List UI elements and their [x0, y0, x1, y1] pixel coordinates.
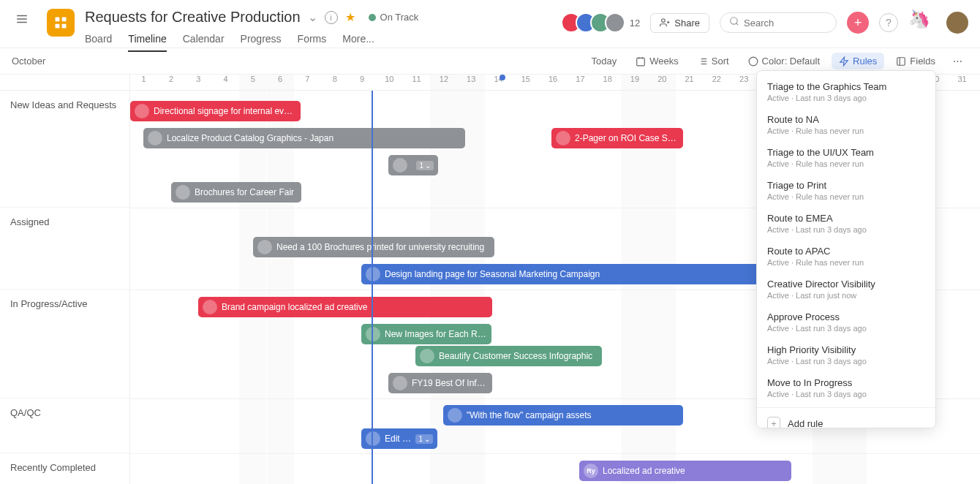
- rule-item[interactable]: High Priority VisibilityActive · Last ru…: [757, 339, 935, 371]
- avatar: [393, 376, 407, 390]
- rule-item[interactable]: Creative Director VisibilityActive · Las…: [757, 273, 935, 306]
- section-new-ideas[interactable]: New Ideas and Requests: [0, 91, 129, 208]
- task-bar[interactable]: Brochures for Career Fair: [171, 182, 301, 203]
- section-qaqc[interactable]: QA/QC: [0, 398, 129, 453]
- svg-point-7: [662, 19, 666, 23]
- rule-meta: Active · Last run 3 days ago: [767, 390, 925, 398]
- tab-timeline[interactable]: Timeline: [128, 33, 166, 52]
- project-icon: [47, 9, 75, 37]
- subtask-count: 1 ⌄: [415, 434, 433, 444]
- project-title: Requests for Creative Production: [85, 9, 301, 26]
- avatar: [366, 327, 380, 341]
- rule-name: Triage to the Graphics Team: [767, 81, 925, 92]
- rule-item[interactable]: Triage to the Graphics TeamActive · Last…: [757, 75, 935, 108]
- day-cell: 16: [539, 75, 566, 90]
- rule-item[interactable]: Approve ProcessActive · Last run 3 days …: [757, 306, 935, 339]
- add-rule-button[interactable]: +Add rule: [757, 411, 935, 428]
- tab-board[interactable]: Board: [85, 33, 112, 52]
- help-icon[interactable]: ?: [879, 13, 898, 32]
- task-bar[interactable]: "With the flow" campaign assets: [443, 405, 683, 426]
- color-button[interactable]: Color: Default: [741, 53, 827, 69]
- day-cell: 18: [594, 75, 621, 90]
- tab-more[interactable]: More...: [342, 33, 374, 52]
- star-icon[interactable]: ★: [345, 10, 355, 24]
- task-label: Localized ad creative: [603, 466, 685, 476]
- task-bar[interactable]: Beautify Customer Success Infographic: [415, 346, 602, 366]
- day-cell: 8: [321, 75, 348, 90]
- task-bar[interactable]: RyLocalized ad creative: [579, 461, 791, 481]
- day-cell: 2: [157, 75, 184, 90]
- today-marker-icon: [500, 75, 505, 80]
- avatar: [448, 408, 462, 423]
- app-header: Requests for Creative Production ⌄ i ★ O…: [0, 0, 980, 48]
- tab-progress[interactable]: Progress: [241, 33, 282, 52]
- rule-item[interactable]: Route to APACActive · Rule has never run: [757, 240, 935, 273]
- svg-marker-19: [840, 57, 848, 66]
- share-button[interactable]: Share: [650, 13, 709, 33]
- weeks-button[interactable]: Weeks: [628, 53, 686, 69]
- task-bar[interactable]: Localize Product Catalog Graphics - Japa…: [143, 128, 465, 148]
- tab-forms[interactable]: Forms: [298, 33, 327, 52]
- add-button[interactable]: +: [847, 12, 869, 34]
- svg-rect-3: [56, 18, 60, 22]
- avatar: [135, 104, 149, 118]
- rule-item[interactable]: Route to NAActive · Rule has never run: [757, 108, 935, 141]
- day-cell: 7: [294, 75, 321, 90]
- rule-meta: Active · Rule has never run: [767, 192, 925, 201]
- rule-name: Approve Process: [767, 311, 925, 322]
- section-divider: [130, 453, 980, 454]
- task-label: Beautify Customer Success Infographic: [439, 351, 592, 361]
- task-bar[interactable]: 2-Pager on ROI Case Study: [551, 128, 683, 148]
- avatar: [420, 349, 434, 363]
- rule-item[interactable]: Route to EMEAActive · Last run 3 days ag…: [757, 207, 935, 240]
- task-bar[interactable]: Need a 100 Brochures printed for univers…: [253, 237, 494, 257]
- color-label: Color: Default: [762, 56, 820, 67]
- month-label: October: [12, 56, 45, 67]
- rule-meta: Active · Rule has never run: [767, 258, 925, 267]
- task-bar[interactable]: B f1 ⌄: [388, 155, 438, 175]
- task-bar[interactable]: New Images for Each Regional Office: [361, 324, 491, 344]
- rule-item[interactable]: Triage to PrintActive · Rule has never r…: [757, 174, 935, 207]
- more-icon[interactable]: ⋯: [947, 53, 968, 69]
- section-in-progress[interactable]: In Progress/Active: [0, 290, 129, 398]
- menu-icon[interactable]: [12, 9, 32, 29]
- rules-button[interactable]: Rules: [832, 53, 884, 69]
- status[interactable]: On Track: [369, 12, 419, 23]
- today-button[interactable]: Today: [584, 53, 625, 69]
- task-bar[interactable]: Edit Graph...1 ⌄: [361, 428, 437, 449]
- status-text: On Track: [380, 12, 419, 23]
- day-cell: 3: [185, 75, 212, 90]
- day-cell: 15: [512, 75, 539, 90]
- task-bar[interactable]: FY19 Best Of Infographic: [388, 373, 492, 393]
- task-bar[interactable]: Directional signage for internal events: [130, 101, 301, 121]
- chevron-down-icon[interactable]: ⌄: [308, 10, 317, 24]
- tab-calendar[interactable]: Calendar: [183, 33, 225, 52]
- day-cell: 11: [403, 75, 430, 90]
- day-cell: 14: [485, 75, 512, 90]
- header-right: 12 Share + ? 🦄: [567, 9, 968, 37]
- search-bar[interactable]: [720, 12, 837, 33]
- rule-item[interactable]: Triage to the UI/UX TeamActive · Rule ha…: [757, 141, 935, 174]
- day-cell: 20: [649, 75, 676, 90]
- day-cell: 1: [976, 75, 980, 90]
- svg-rect-5: [56, 24, 60, 29]
- fields-button[interactable]: Fields: [889, 53, 943, 69]
- avatar: Ry: [584, 464, 598, 478]
- task-label: Need a 100 Brochures printed for univers…: [276, 242, 484, 252]
- toolbar-right: Today Weeks Sort Color: Default Rules Fi…: [584, 53, 968, 69]
- search-input[interactable]: [744, 18, 827, 29]
- user-avatar[interactable]: [946, 12, 968, 34]
- sort-button[interactable]: Sort: [690, 53, 736, 69]
- sections: New Ideas and Requests Assigned In Progr…: [0, 91, 130, 484]
- section-assigned[interactable]: Assigned: [0, 208, 129, 290]
- day-cell: 22: [703, 75, 730, 90]
- day-cell: 21: [676, 75, 703, 90]
- info-icon[interactable]: i: [325, 11, 338, 24]
- day-cell: 31: [949, 75, 976, 90]
- task-bar[interactable]: Brand campaign localized ad creative: [198, 297, 492, 317]
- task-label: Localize Product Catalog Graphics - Japa…: [167, 133, 333, 143]
- member-avatars[interactable]: 12: [567, 12, 640, 33]
- rule-meta: Active · Last run 3 days ago: [767, 225, 925, 234]
- section-completed[interactable]: Recently Completed: [0, 453, 129, 484]
- rule-item[interactable]: Move to In ProgressActive · Last run 3 d…: [757, 371, 935, 404]
